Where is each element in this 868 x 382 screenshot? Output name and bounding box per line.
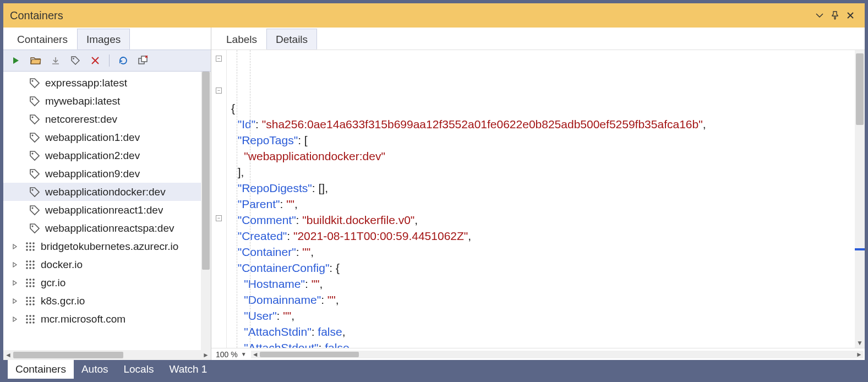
- delete-icon[interactable]: [88, 53, 102, 68]
- expander-icon[interactable]: [10, 262, 20, 268]
- tree-hscrollbar[interactable]: ◄ ►: [3, 350, 211, 360]
- tree-item-label: webapplication1:dev: [45, 132, 140, 144]
- tree-item[interactable]: docker.io: [3, 255, 201, 274]
- svg-point-49: [29, 315, 31, 317]
- bottom-tab[interactable]: Containers: [8, 360, 74, 379]
- gutter-line[interactable]: −: [211, 212, 226, 228]
- svg-point-51: [26, 318, 28, 320]
- svg-point-53: [32, 318, 35, 320]
- images-tree[interactable]: expressapp:latestmywebapi:latestnetcorer…: [3, 72, 201, 350]
- fold-toggle-icon[interactable]: −: [216, 215, 222, 221]
- expander-icon[interactable]: [10, 280, 20, 286]
- svg-point-15: [26, 245, 28, 248]
- gutter-line[interactable]: [211, 148, 226, 164]
- editor-hscrollbar[interactable]: ◄ ►: [251, 351, 864, 358]
- tree-item[interactable]: webapplicationreact1:dev: [3, 201, 201, 219]
- gutter-line[interactable]: [211, 196, 226, 212]
- gutter-line[interactable]: −: [211, 52, 226, 68]
- gutter-line[interactable]: [211, 132, 226, 148]
- scroll-down-icon[interactable]: ▼: [855, 339, 865, 347]
- tree-item[interactable]: expressapp:latest: [3, 74, 201, 92]
- gutter-line[interactable]: [211, 324, 226, 340]
- gutter-line[interactable]: [211, 180, 226, 196]
- tab-labels[interactable]: Labels: [217, 29, 266, 50]
- close-icon[interactable]: [843, 8, 858, 23]
- gutter-line[interactable]: [211, 308, 226, 324]
- tab-containers[interactable]: Containers: [8, 29, 77, 50]
- scrollbar-thumb[interactable]: [856, 53, 864, 125]
- svg-point-35: [32, 282, 35, 284]
- refresh-icon[interactable]: [116, 53, 130, 68]
- gutter-line[interactable]: [211, 292, 226, 308]
- tree-item-label: webapplication2:dev: [45, 150, 140, 162]
- images-toolbar: [3, 50, 211, 72]
- bottom-tab[interactable]: Locals: [116, 360, 161, 379]
- gutter-line[interactable]: [211, 68, 226, 84]
- zoom-dropdown[interactable]: 100 % ▼: [211, 350, 251, 359]
- scroll-left-icon[interactable]: ◄: [251, 351, 260, 358]
- tab-details[interactable]: Details: [266, 29, 317, 50]
- bottom-tab[interactable]: Autos: [74, 360, 116, 379]
- window-options-icon[interactable]: [812, 8, 827, 23]
- tree-item[interactable]: k8s.gcr.io: [3, 292, 201, 310]
- tab-images[interactable]: Images: [77, 29, 130, 50]
- scroll-marker: [855, 248, 865, 250]
- gutter-line[interactable]: [211, 228, 226, 244]
- gutter-line[interactable]: [211, 244, 226, 260]
- code-line: "Created": "2021-08-11T00:00:59.4451062Z…: [231, 228, 855, 244]
- svg-point-28: [29, 267, 31, 269]
- svg-point-0: [73, 58, 74, 59]
- tree-item[interactable]: webapplication1:dev: [3, 128, 201, 146]
- window-titlebar: Containers: [3, 3, 865, 28]
- svg-point-41: [32, 297, 35, 299]
- registry-icon: [24, 295, 36, 307]
- editor-gutter[interactable]: −−−: [211, 50, 227, 348]
- pin-icon[interactable]: [827, 8, 843, 23]
- prune-icon[interactable]: [136, 53, 150, 68]
- svg-point-31: [29, 279, 31, 281]
- tree-item[interactable]: mywebapi:latest: [3, 92, 201, 110]
- expander-icon[interactable]: [10, 298, 20, 304]
- scrollbar-thumb[interactable]: [260, 352, 359, 357]
- code-line: {: [231, 100, 855, 116]
- gutter-line[interactable]: [211, 276, 226, 292]
- svg-point-3: [32, 80, 34, 81]
- tree-item[interactable]: gcr.io: [3, 274, 201, 292]
- svg-point-52: [29, 318, 31, 320]
- scroll-right-icon[interactable]: ►: [201, 351, 211, 359]
- gutter-line[interactable]: [211, 100, 226, 116]
- scrollbar-thumb[interactable]: [13, 352, 123, 358]
- json-editor[interactable]: { "Id": "sha256:0ae14a633f315b699aa12f35…: [227, 50, 855, 348]
- expander-icon[interactable]: [10, 316, 20, 322]
- bottom-tab[interactable]: Watch 1: [161, 360, 215, 379]
- svg-point-19: [29, 249, 31, 251]
- download-icon[interactable]: [48, 53, 63, 68]
- registry-icon: [24, 259, 36, 271]
- tree-item[interactable]: webapplication9:dev: [3, 165, 201, 183]
- expander-icon[interactable]: [10, 244, 20, 249]
- scrollbar-thumb[interactable]: [202, 72, 210, 270]
- tree-item[interactable]: webapplicationdocker:dev: [3, 183, 201, 201]
- gutter-line[interactable]: −: [211, 84, 226, 100]
- svg-point-45: [26, 303, 28, 305]
- tree-item[interactable]: webapplicationreactspa:dev: [3, 219, 201, 237]
- gutter-line[interactable]: [211, 164, 226, 180]
- fold-toggle-icon[interactable]: −: [216, 88, 222, 94]
- scroll-right-icon[interactable]: ►: [855, 351, 864, 358]
- editor-vscrollbar[interactable]: ▼: [855, 50, 865, 348]
- gutter-line[interactable]: [211, 116, 226, 132]
- run-icon[interactable]: [9, 53, 23, 68]
- code-line: "ContainerConfig": {: [231, 260, 855, 276]
- open-folder-icon[interactable]: [29, 53, 43, 68]
- tag-icon[interactable]: [68, 53, 83, 68]
- fold-toggle-icon[interactable]: −: [216, 56, 222, 62]
- scroll-left-icon[interactable]: ◄: [3, 351, 13, 359]
- tree-item[interactable]: netcorerest:dev: [3, 110, 201, 128]
- tree-vscrollbar[interactable]: [201, 72, 211, 350]
- gutter-line[interactable]: [211, 260, 226, 276]
- tree-item[interactable]: bridgetokubernetes.azurecr.io: [3, 237, 201, 255]
- tree-item[interactable]: webapplication2:dev: [3, 146, 201, 165]
- bottom-tabstrip: ContainersAutosLocalsWatch 1: [3, 360, 865, 379]
- tree-item[interactable]: mcr.microsoft.com: [3, 310, 201, 328]
- svg-point-44: [32, 300, 35, 302]
